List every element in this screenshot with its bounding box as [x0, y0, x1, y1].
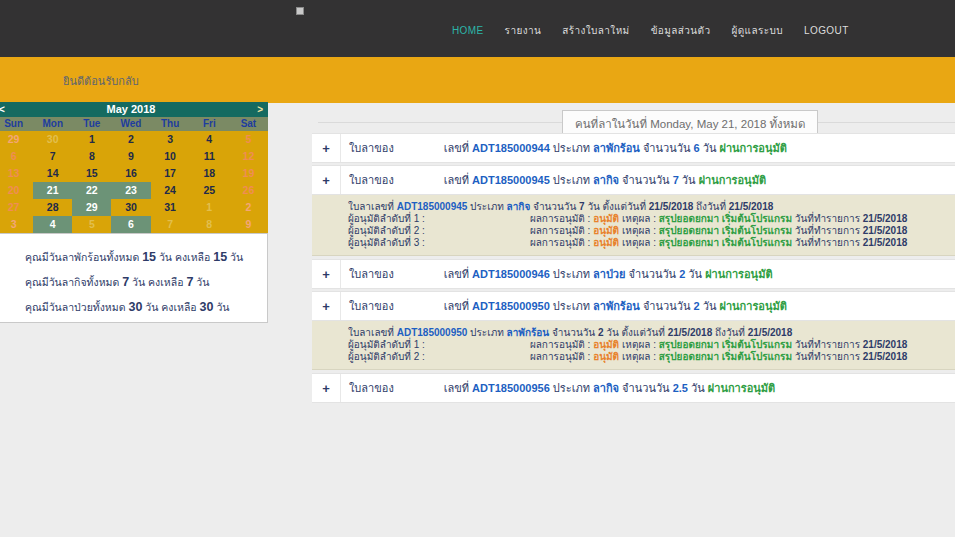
calendar-title: May 2018	[107, 103, 156, 115]
leave-row[interactable]: +ใบลาของเลขที่ ADT185000956 ประเภท ลากิจ…	[312, 373, 955, 403]
approval-result-label: ผลการอนุมัติ :	[530, 351, 593, 362]
calendar-day-cell[interactable]: 27	[0, 199, 33, 216]
expand-row-button[interactable]: +	[312, 260, 341, 288]
calendar-prev-button[interactable]: <	[0, 102, 5, 117]
calendar-day-cell[interactable]: 9	[111, 148, 150, 165]
calendar-day-cell[interactable]: 26	[229, 182, 268, 199]
calendar-day-cell[interactable]: 28	[33, 199, 72, 216]
calendar-day-cell[interactable]: 10	[151, 148, 190, 165]
calendar-day-cell[interactable]: 8	[190, 216, 229, 233]
approval-reason: สรุปยอดยกมา เริ่มต้นโปรแกรม	[659, 213, 792, 224]
calendar-day-cell[interactable]: 31	[151, 199, 190, 216]
calendar-day-cell[interactable]: 20	[0, 182, 33, 199]
nav-menu: HOMEรายงานสร้างใบลาใหม่ข้อมูลส่วนตัวผู้ด…	[452, 23, 849, 38]
nav-item-logout[interactable]: LOGOUT	[804, 25, 849, 36]
calendar-day-names: SunMonTueWedThuFriSat	[0, 117, 268, 131]
calendar-day-cell[interactable]: 2	[111, 131, 150, 148]
leave-days-label: จำนวนวัน	[629, 268, 677, 280]
calendar-day-cell[interactable]: 18	[190, 165, 229, 182]
calendar-day-cell[interactable]: 29	[72, 199, 111, 216]
calendar-day-cell[interactable]: 29	[0, 131, 33, 148]
calendar-day-cell[interactable]: 4	[190, 131, 229, 148]
calendar-day-cell[interactable]: 22	[72, 182, 111, 199]
leave-row-summary: ใบลาของเลขที่ ADT185000945 ประเภท ลากิจ …	[341, 171, 766, 189]
leave-row[interactable]: +ใบลาของเลขที่ ADT185000945 ประเภท ลากิจ…	[312, 165, 955, 195]
leave-of-label: ใบลาของ	[349, 142, 394, 154]
calendar-day-cell[interactable]: 16	[111, 165, 150, 182]
calendar-day-cell[interactable]: 6	[0, 148, 33, 165]
leave-type-label: ประเภท	[553, 142, 590, 154]
nav-item-reports[interactable]: รายงาน	[505, 23, 542, 38]
calendar-day-cell[interactable]: 12	[229, 148, 268, 165]
leave-of-label: ใบลาของ	[349, 174, 394, 186]
quota-summary-line: คุณมีวันลากิจทั้งหมด 7 วัน คงเหลือ 7 วัน	[25, 274, 267, 291]
calendar-day-cell[interactable]: 21	[33, 182, 72, 199]
calendar-day-cell[interactable]: 25	[190, 182, 229, 199]
nav-item-admin[interactable]: ผู้ดูแลระบบ	[731, 23, 783, 38]
calendar-day-cell[interactable]: 4	[33, 216, 72, 233]
leave-no-label: เลขที่	[444, 300, 472, 312]
detail-leave-type: ลาพักร้อน	[507, 327, 550, 338]
calendar-day-cell[interactable]: 3	[0, 216, 33, 233]
leave-row[interactable]: +ใบลาของเลขที่ ADT185000950 ประเภท ลาพัก…	[312, 291, 955, 321]
nav-item-personal-info[interactable]: ข้อมูลส่วนตัว	[651, 23, 711, 38]
approval-result: อนุมัติ	[593, 351, 619, 362]
expand-row-button[interactable]: +	[312, 134, 341, 162]
calendar-day-cell[interactable]: 7	[33, 148, 72, 165]
leave-row[interactable]: +ใบลาของเลขที่ ADT185000944 ประเภท ลาพัก…	[312, 133, 955, 163]
reason-label: เหตุผล :	[622, 237, 659, 248]
calendar-day-cell[interactable]: 7	[151, 216, 190, 233]
leave-type: ลากิจ	[593, 382, 619, 394]
nav-item-home[interactable]: HOME	[452, 25, 484, 36]
reason-label: เหตุผล :	[622, 351, 659, 362]
calendar-day-header-sun: Sun	[0, 117, 33, 131]
leave-row[interactable]: +ใบลาของเลขที่ ADT185000946 ประเภท ลาป่ว…	[312, 259, 955, 289]
calendar-day-cell[interactable]: 1	[72, 131, 111, 148]
txn-date-label: วันที่ทำรายการ	[795, 225, 860, 236]
calendar-day-cell[interactable]: 30	[111, 199, 150, 216]
calendar-day-cell[interactable]: 23	[111, 182, 150, 199]
leave-detail-panel: ใบลาเลขที่ ADT185000950 ประเภท ลาพักร้อน…	[312, 321, 955, 370]
nav-item-create-leave[interactable]: สร้างใบลาใหม่	[562, 23, 629, 38]
detail-leave-days: 7	[579, 201, 585, 212]
approver-label: ผู้อนุมัติลำดับที่ 2 :	[348, 351, 425, 362]
leave-type: ลาป่วย	[593, 268, 626, 280]
leave-type: ลาพักร้อน	[593, 300, 640, 312]
calendar-day-cell[interactable]: 17	[151, 165, 190, 182]
approver-line: ผู้อนุมัติลำดับที่ 3 :ผลการอนุมัติ : อนุ…	[348, 237, 947, 248]
top-navbar: HOMEรายงานสร้างใบลาใหม่ข้อมูลส่วนตัวผู้ด…	[0, 0, 955, 57]
expand-row-button[interactable]: +	[312, 374, 341, 402]
calendar-grid: 2930123456789101112131415161718192021222…	[0, 131, 268, 233]
calendar-day-cell[interactable]: 1	[190, 199, 229, 216]
calendar-day-cell[interactable]: 9	[229, 216, 268, 233]
approval-result-label: ผลการอนุมัติ :	[530, 225, 593, 236]
calendar-next-button[interactable]: >	[257, 102, 263, 117]
calendar-day-header-thu: Thu	[151, 117, 190, 131]
calendar-day-cell[interactable]: 2	[229, 199, 268, 216]
calendar-day-cell[interactable]: 15	[72, 165, 111, 182]
leave-type-label: ประเภท	[553, 268, 590, 280]
calendar-widget: < May 2018 > SunMonTueWedThuFriSat 29301…	[0, 102, 268, 233]
detail-to-date: 21/5/2018	[729, 201, 774, 212]
calendar-day-cell[interactable]: 14	[33, 165, 72, 182]
expand-row-button[interactable]: +	[312, 166, 341, 194]
calendar-day-cell[interactable]: 6	[111, 216, 150, 233]
approver-label: ผู้อนุมัติลำดับที่ 2 :	[348, 225, 425, 236]
leave-days-label: จำนวนวัน	[622, 174, 670, 186]
leave-number: ADT185000946	[472, 268, 550, 280]
calendar-day-cell[interactable]: 3	[151, 131, 190, 148]
approval-txn-date: 21/5/2018	[863, 225, 908, 236]
calendar-day-cell[interactable]: 8	[72, 148, 111, 165]
calendar-day-header-fri: Fri	[190, 117, 229, 131]
calendar-day-cell[interactable]: 24	[151, 182, 190, 199]
calendar-day-cell[interactable]: 5	[229, 131, 268, 148]
calendar-day-cell[interactable]: 19	[229, 165, 268, 182]
calendar-day-cell[interactable]: 5	[72, 216, 111, 233]
reason-label: เหตุผล :	[622, 339, 659, 350]
expand-row-button[interactable]: +	[312, 292, 341, 320]
calendar-day-cell[interactable]: 11	[190, 148, 229, 165]
calendar-day-cell[interactable]: 13	[0, 165, 33, 182]
leave-quota-summary: คุณมีวันลาพักร้อนทั้งหมด 15 วัน คงเหลือ …	[0, 233, 268, 323]
calendar-day-cell[interactable]: 30	[33, 131, 72, 148]
leave-days-label: จำนวนวัน	[643, 142, 691, 154]
